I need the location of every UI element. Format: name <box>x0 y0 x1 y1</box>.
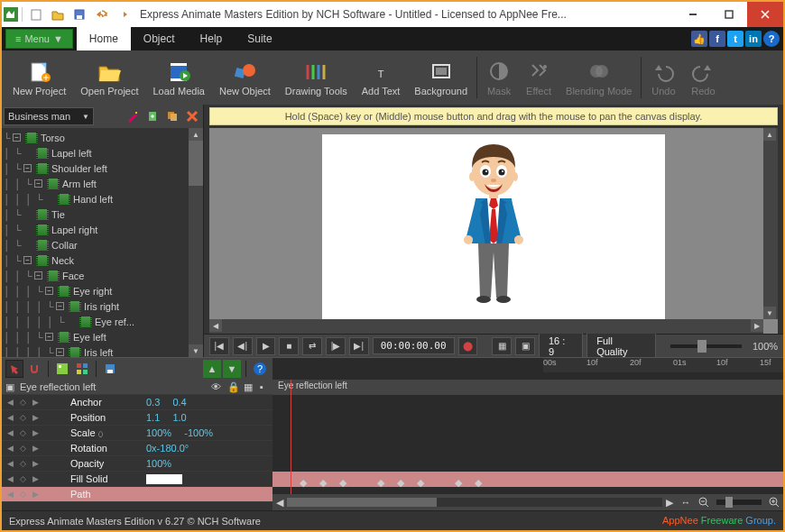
wand-icon[interactable] <box>124 107 142 125</box>
tree-item[interactable]: ││└−Face <box>2 268 203 283</box>
tree-item[interactable]: │└−Neck <box>2 252 203 268</box>
qat-save-icon[interactable] <box>69 5 89 23</box>
tree-toggle[interactable]: − <box>56 302 64 310</box>
twitter-icon[interactable]: t <box>727 31 743 47</box>
tl-tool-1[interactable] <box>5 360 23 378</box>
canvas[interactable] <box>322 134 665 328</box>
save-icon[interactable] <box>101 360 119 378</box>
thumbs-up-icon[interactable]: 👍 <box>691 31 707 47</box>
ribbon-drawing-tools[interactable]: Drawing Tools <box>278 52 355 103</box>
prop-row-opacity[interactable]: ◀◇▶Opacity100% <box>2 456 272 472</box>
maximize-button[interactable] <box>711 2 747 27</box>
tree-item[interactable]: └−Torso <box>2 130 203 145</box>
qat-redo-icon[interactable] <box>113 5 133 23</box>
close-button[interactable] <box>747 2 783 27</box>
prev-frame-button[interactable]: ◀| <box>233 337 253 355</box>
snap-icon[interactable] <box>25 360 43 378</box>
prop-row-fill-solid[interactable]: ◀◇▶Fill Solid <box>2 472 272 487</box>
ribbon-new-project[interactable]: New Project <box>5 52 73 103</box>
tl-zoom-in[interactable] <box>765 493 783 510</box>
prop-row-anchor[interactable]: ◀◇▶Anchor0.3 0.4 <box>2 395 272 410</box>
tree-item[interactable]: │└Tie <box>2 206 203 222</box>
timeline-tracks[interactable]: Eye reflection left ◆◆◆◆◆◆◆◆ ◀ ▶ ↔ <box>272 380 783 510</box>
tl-tool-3[interactable] <box>53 360 71 378</box>
canvas-scrollbar-v[interactable]: ▲▼ <box>763 128 778 319</box>
canvas-object-businessman[interactable] <box>444 141 543 321</box>
tree-toggle[interactable]: − <box>23 256 32 264</box>
safe-zone-icon[interactable]: ▣ <box>515 337 535 355</box>
lock-icon[interactable]: 🔒 <box>227 381 240 393</box>
prop-row-position[interactable]: ◀◇▶Position1.1 1.0 <box>2 410 272 426</box>
prop-row-path[interactable]: ◀◇▶Path <box>2 487 272 502</box>
tree-item[interactable]: ││││└−Iris right <box>2 298 203 314</box>
goto-start-button[interactable]: |◀ <box>209 337 229 355</box>
tree-item[interactable]: │││└Hand left <box>2 191 203 206</box>
aspect-ratio-button[interactable]: 16 : 9 <box>539 333 583 360</box>
prop-row-scale[interactable]: ◀◇▶Scale ⬯100% -100% <box>2 426 272 441</box>
quality-button[interactable]: Full Quality <box>586 333 656 360</box>
tl-zoom-out[interactable] <box>695 493 713 510</box>
ribbon-open-project[interactable]: Open Project <box>73 52 145 103</box>
qat-open-icon[interactable] <box>48 5 68 23</box>
tree-toggle[interactable]: − <box>13 133 21 142</box>
tree-item[interactable]: │└Lapel left <box>2 145 203 161</box>
qat-new-icon[interactable] <box>26 5 46 23</box>
tree-toggle[interactable]: − <box>34 179 42 188</box>
tree-item[interactable]: │││└−Eye right <box>2 283 203 298</box>
menu-button[interactable]: ≡Menu▼ <box>5 29 73 49</box>
canvas-viewport[interactable]: ▲▼ ◀▶ <box>209 128 778 334</box>
add-page-icon[interactable] <box>143 107 162 125</box>
tree-toggle[interactable]: − <box>34 271 42 280</box>
time-display[interactable]: 00:00:00.00 <box>373 337 455 354</box>
object-dropdown[interactable]: Business man▼ <box>4 107 94 125</box>
menu-object[interactable]: Object <box>131 27 188 50</box>
timeline-ruler[interactable]: 00s10f20f01s10f15f02s20f10f05f15f04s <box>543 358 783 372</box>
loop-button[interactable]: ⇄ <box>302 337 322 355</box>
copy-page-icon[interactable] <box>163 107 181 125</box>
object-tree[interactable]: └−Torso│└Lapel left│└−Shoulder left││└−A… <box>2 128 203 357</box>
tree-item[interactable]: ││││└−Iris left <box>2 344 203 357</box>
tree-toggle[interactable]: − <box>56 348 64 356</box>
facebook-icon[interactable]: f <box>709 31 725 47</box>
grid-icon[interactable]: ▦ <box>492 337 512 355</box>
minimize-button[interactable] <box>675 2 711 27</box>
tree-item[interactable]: │││└−Eye left <box>2 329 203 344</box>
play-button[interactable]: ▶ <box>256 337 276 355</box>
tl-fit-button[interactable]: ↔ <box>677 493 695 510</box>
eye-icon[interactable]: 👁 <box>211 381 224 392</box>
help-icon[interactable]: ? <box>763 31 780 47</box>
tl-scroll-left[interactable]: ◀ <box>272 497 287 509</box>
zoom-slider[interactable] <box>670 344 742 348</box>
stop-button[interactable]: ■ <box>279 337 299 355</box>
goto-end-button[interactable]: ▶| <box>349 337 369 355</box>
tree-item[interactable]: │└−Shoulder left <box>2 161 203 176</box>
ribbon-new-object[interactable]: New Object <box>212 52 278 103</box>
tl-tool-4[interactable] <box>73 360 91 378</box>
next-frame-button[interactable]: |▶ <box>326 337 346 355</box>
move-up-button[interactable]: ▲ <box>203 360 221 378</box>
timeline-item-header[interactable]: ▣Eye reflection left👁🔒▦▪ <box>2 380 272 395</box>
linkedin-icon[interactable]: in <box>745 31 762 47</box>
tree-item[interactable]: │└Collar <box>2 237 203 252</box>
tree-item[interactable]: │└Lapel right <box>2 222 203 237</box>
menu-help[interactable]: Help <box>188 27 236 50</box>
prop-row-rotation[interactable]: ◀◇▶Rotation0x-180.0° <box>2 441 272 456</box>
tree-item[interactable]: │││││└Eye ref... <box>2 314 203 329</box>
playhead[interactable] <box>291 380 291 510</box>
tree-toggle[interactable]: − <box>45 333 53 341</box>
timeline-help-icon[interactable]: ? <box>251 360 269 378</box>
menu-home[interactable]: Home <box>77 27 131 50</box>
tree-scrollbar[interactable]: ▲▼ <box>189 128 203 357</box>
menu-suite[interactable]: Suite <box>235 27 284 50</box>
tree-toggle[interactable]: − <box>23 164 32 172</box>
delete-icon[interactable] <box>183 107 201 125</box>
tree-item[interactable]: ││└−Arm left <box>2 176 203 191</box>
qat-undo-icon[interactable] <box>91 5 111 23</box>
tree-toggle[interactable]: − <box>45 287 53 295</box>
ribbon-load-media[interactable]: Load Media <box>146 52 213 103</box>
ribbon-background[interactable]: Background <box>407 52 475 103</box>
canvas-scrollbar-h[interactable]: ◀▶ <box>209 319 763 334</box>
tl-scroll-right[interactable]: ▶ <box>662 497 677 509</box>
ribbon-add-text[interactable]: TAdd Text <box>355 52 408 103</box>
record-button[interactable]: ⬤ <box>458 337 478 355</box>
